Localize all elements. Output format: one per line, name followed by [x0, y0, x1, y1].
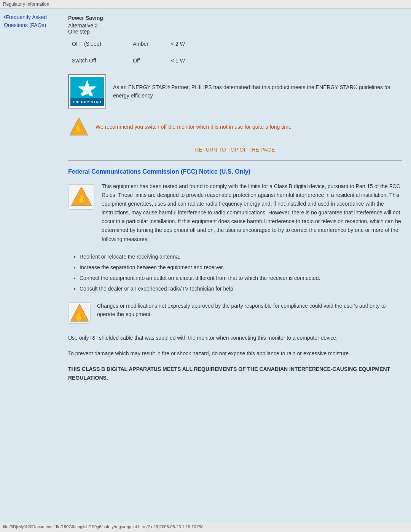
svg-text:✋: ✋: [74, 123, 84, 133]
power-rows: OFF (Sleep) Amber < 2 W Switch Off Off <…: [72, 41, 402, 64]
energy-star-section: energy ENERGY STAR As an ENERGY STAR® Pa…: [68, 74, 402, 109]
energy-star-bottom: ENERGY STAR: [70, 98, 104, 106]
return-to-top-link[interactable]: RETURN TO TOP OF THE PAGE: [195, 147, 275, 153]
main-layout: •Frequently Asked Questions (FAQs) Power…: [0, 9, 411, 523]
return-link-container: RETURN TO TOP OF THE PAGE: [68, 147, 402, 153]
power-row2-led: Off: [133, 58, 171, 64]
power-row-1: OFF (Sleep) Amber < 2 W: [72, 41, 402, 47]
warning-section: ! ✋ We recommend you switch off the moni…: [68, 116, 402, 137]
sidebar-item-faqs[interactable]: •Frequently Asked Questions (FAQs): [4, 14, 47, 28]
power-row1-power: < 2 W: [171, 41, 232, 47]
energy-star-label: ENERGY STAR: [73, 100, 101, 104]
power-saving-subtitle1: Alternative 2 One step: [68, 22, 402, 35]
fcc-title: Federal Communications Commission (FCC) …: [68, 168, 402, 175]
energy-star-text: As an ENERGY STAR® Partner, PHILIPS has …: [113, 83, 402, 100]
warning-text: We recommend you switch off the monitor …: [96, 123, 293, 131]
bullet-item-2: Increase the separation between the equi…: [80, 262, 402, 273]
fcc-section: Federal Communications Commission (FCC) …: [68, 168, 402, 382]
return-to-top-label: RETURN TO TOP OF THE PAGE: [195, 147, 275, 153]
svg-text:energy: energy: [81, 91, 94, 96]
energy-star-svg: energy: [74, 78, 100, 96]
status-bar-label: file:///D|/My%20Documents/dfu/190G6/engl…: [3, 524, 204, 529]
fcc-body-text: This equipment has been tested and found…: [102, 182, 402, 244]
sidebar-item-faqs-label: •Frequently Asked Questions (FAQs): [4, 14, 47, 28]
top-bar-label: Regulatory Information: [3, 2, 49, 7]
power-row2-power: < 1 W: [171, 58, 232, 64]
power-saving-title: Power Saving: [68, 15, 402, 21]
fcc-para1: Use only RF shielded cable that was supp…: [68, 334, 402, 342]
fcc-warning-icon: ! ✋: [68, 184, 95, 210]
bullet-item-4: Consult the dealer or an experienced rad…: [80, 283, 402, 294]
power-row1-led: Amber: [133, 41, 171, 47]
power-row1-mode: OFF (Sleep): [72, 41, 133, 47]
section-divider: [68, 160, 402, 161]
energy-star-logo: energy ENERGY STAR: [68, 74, 106, 109]
fcc-para2: To prevent damage which may result in fi…: [68, 349, 402, 358]
power-row-2: Switch Off Off < 1 W: [72, 58, 402, 64]
svg-text:✋: ✋: [75, 312, 85, 322]
content: Power Saving Alternative 2 One step OFF …: [59, 9, 411, 523]
bullet-item-1: Reorient or relocate the receiving anten…: [80, 251, 402, 262]
fcc-para3: THIS CLASS B DIGITAL APPARATUS MEETS ALL…: [68, 365, 402, 382]
changes-text: Changes or modifications not expressly a…: [97, 302, 402, 319]
svg-text:✋: ✋: [76, 194, 87, 204]
power-row2-mode: Switch Off: [72, 58, 133, 64]
top-bar: Regulatory Information: [0, 0, 411, 9]
changes-warning-section: ✋ Changes or modifications not expressly…: [68, 302, 402, 324]
sidebar: •Frequently Asked Questions (FAQs): [0, 9, 59, 523]
fcc-body: ! ✋ This equipment has been tested and f…: [68, 182, 402, 244]
fcc-bullet-list: Reorient or relocate the receiving anten…: [80, 251, 402, 294]
energy-star-top: energy: [70, 77, 104, 98]
power-saving-table: Power Saving Alternative 2 One step OFF …: [68, 15, 402, 64]
status-bar: file:///D|/My%20Documents/dfu/190G6/engl…: [0, 523, 411, 530]
bullet-item-3: Connect the equipment into an outlet on …: [80, 273, 402, 283]
changes-warning-icon: ✋: [68, 302, 91, 324]
warning-icon: ! ✋: [68, 116, 89, 137]
